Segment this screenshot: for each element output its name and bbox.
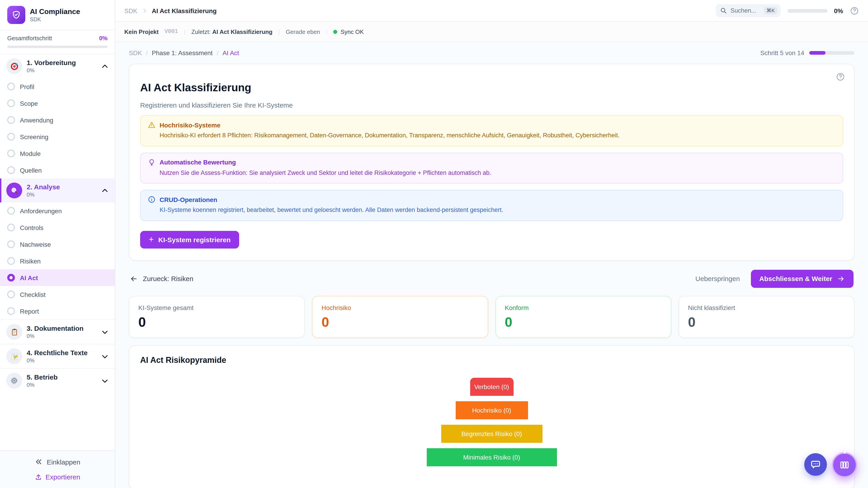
alert-title: CRUD-Operationen: [160, 196, 217, 203]
sidebar: AI Compliance SDK Gesamtfortschritt 0% 1…: [0, 0, 115, 488]
section-title: 4. Rechtliche Texte: [27, 349, 88, 357]
section-progress: 0%: [27, 333, 84, 339]
section-title: 3. Dokumentation: [27, 324, 84, 332]
lightbulb-icon: [148, 158, 156, 166]
warning-triangle-icon: [148, 121, 156, 129]
radio-icon: [7, 291, 15, 298]
app-subtitle: SDK: [30, 16, 80, 23]
sidebar-item-profil[interactable]: Profil: [0, 78, 115, 95]
overall-progress-value: 0%: [99, 35, 107, 41]
alert-hochrisiko: Hochrisiko-Systeme Hochrisiko-KI erforde…: [140, 115, 843, 146]
target-icon: [6, 58, 22, 74]
sidebar-item-label: Nachweise: [20, 240, 51, 248]
arrow-right-icon: [837, 275, 845, 283]
phase-crumb-root[interactable]: SDK: [129, 49, 142, 57]
radio-icon: [7, 99, 15, 107]
help-icon[interactable]: [850, 6, 859, 15]
radio-icon: [7, 150, 15, 157]
sidebar-item-label: Report: [20, 307, 39, 315]
finish-and-next-button[interactable]: Abschliessen & Weiter: [751, 270, 854, 288]
pyramid-level-minimales-risiko: Minimales Risiko (0): [427, 448, 557, 466]
sidebar-item-nachweise[interactable]: Nachweise: [0, 236, 115, 253]
separator: /: [217, 49, 219, 57]
sidebar-section-analyse[interactable]: 2. Analyse 0%: [0, 178, 115, 202]
overall-progress-track: [7, 46, 107, 48]
page-subtitle: Registrieren und klassifizieren Sie Ihre…: [140, 101, 843, 109]
sidebar-item-checklist[interactable]: Checklist: [0, 286, 115, 303]
sidebar-item-quellen[interactable]: Quellen: [0, 162, 115, 178]
pyramid-level-hochrisiko: Hochrisiko (0): [456, 401, 528, 419]
register-ki-system-button[interactable]: + KI-System registrieren: [140, 231, 239, 249]
topbar-right: Suchen... ⌘K 0%: [716, 4, 859, 17]
pyramid-title: AI Act Risikopyramide: [140, 356, 843, 365]
breadcrumb-root[interactable]: SDK: [124, 7, 137, 14]
sidebar-section-betrieb[interactable]: 5. Betrieb 0%: [0, 369, 115, 393]
main-area: SDK AI Act Klassifizierung Suchen... ⌘K: [115, 0, 868, 488]
phase-crumb-phase[interactable]: Phase 1: Assessment: [152, 49, 213, 57]
section-title: 1. Vorbereitung: [27, 59, 76, 67]
columns-fab-button[interactable]: [832, 452, 857, 478]
stat-label: Konform: [505, 304, 662, 311]
export-label: Exportieren: [45, 473, 80, 481]
step-label: Schritt 5 von 14: [760, 49, 804, 57]
sidebar-item-anwendung[interactable]: Anwendung: [0, 111, 115, 128]
collapse-label: Einklappen: [47, 458, 80, 466]
sidebar-item-report[interactable]: Report: [0, 303, 115, 320]
search-icon: [720, 7, 727, 14]
skip-button[interactable]: Ueberspringen: [695, 275, 740, 283]
sidebar-nav: 1. Vorbereitung 0% Profil Scope Anwendun…: [0, 54, 115, 451]
risk-pyramid: Verboten (0) Hochrisiko (0) Begrenztes R…: [140, 378, 843, 466]
stats-row: KI-Systeme gesamt 0 Hochrisiko 0 Konform…: [129, 296, 855, 338]
sidebar-item-scope[interactable]: Scope: [0, 95, 115, 111]
export-button[interactable]: Exportieren: [35, 473, 80, 481]
divider: |: [326, 28, 328, 35]
sidebar-item-label: Anwendung: [20, 116, 53, 124]
topbar-progress-track: [787, 9, 827, 12]
stat-value: 0: [322, 315, 479, 329]
phase-crumb-current: AI Act: [222, 49, 239, 57]
upload-icon: [35, 473, 42, 481]
double-chevron-left-icon: [35, 458, 43, 466]
alert-title: Automatische Bewertung: [160, 159, 236, 166]
sidebar-item-module[interactable]: Module: [0, 145, 115, 162]
page-title: AI Act Klassifizierung: [140, 81, 843, 94]
divider: |: [278, 28, 280, 35]
chat-fab-button[interactable]: [804, 453, 827, 476]
chevron-down-icon: [101, 353, 108, 360]
chevron-right-icon: [142, 7, 148, 14]
sidebar-section-vorbereitung[interactable]: 1. Vorbereitung 0%: [0, 54, 115, 78]
divider: |: [184, 28, 186, 35]
breadcrumb-current: AI Act Klassifizierung: [152, 7, 217, 14]
back-label: Zurueck: Risiken: [143, 275, 193, 283]
sidebar-footer: Einklappen Exportieren: [0, 451, 115, 488]
overall-progress: Gesamtfortschritt 0%: [0, 30, 115, 54]
sidebar-item-anforderungen[interactable]: Anforderungen: [0, 202, 115, 219]
sidebar-item-screening[interactable]: Screening: [0, 128, 115, 145]
ai-act-card: AI Act Klassifizierung Registrieren und …: [129, 64, 855, 261]
stat-label: KI-Systeme gesamt: [138, 304, 296, 311]
app-window: AI Compliance SDK Gesamtfortschritt 0% 1…: [0, 0, 868, 488]
memo-pencil-icon: [6, 348, 22, 364]
app-header: AI Compliance SDK: [0, 0, 115, 30]
sidebar-section-rechtliche-texte[interactable]: 4. Rechtliche Texte 0%: [0, 344, 115, 368]
last-saved-time: Gerade eben: [286, 28, 320, 35]
collapse-sidebar-button[interactable]: Einklappen: [35, 458, 80, 466]
back-button[interactable]: Zurueck: Risiken: [130, 275, 193, 283]
search-input[interactable]: Suchen... ⌘K: [716, 4, 781, 17]
sidebar-item-risiken[interactable]: Risiken: [0, 253, 115, 269]
pyramid-level-verboten: Verboten (0): [470, 378, 513, 396]
search-shortcut-kbd: ⌘K: [764, 7, 777, 14]
stat-card-konform: Konform 0: [495, 296, 671, 338]
sidebar-section-dokumentation[interactable]: 3. Dokumentation 0%: [0, 320, 115, 344]
stat-value: 0: [505, 315, 662, 329]
sidebar-item-ai-act[interactable]: AI Act: [0, 269, 115, 286]
phase-breadcrumb: SDK / Phase 1: Assessment / AI Act: [129, 49, 239, 57]
search-placeholder: Suchen...: [731, 7, 761, 14]
sidebar-item-label: Anforderungen: [20, 207, 62, 215]
arrow-left-icon: [130, 275, 138, 283]
last-activity: Zuletzt: AI Act Klassifizierung: [191, 28, 273, 35]
radio-icon: [7, 133, 15, 140]
next-label: Abschliessen & Weiter: [759, 275, 832, 283]
sidebar-item-controls[interactable]: Controls: [0, 219, 115, 236]
card-help-icon[interactable]: [836, 72, 845, 81]
